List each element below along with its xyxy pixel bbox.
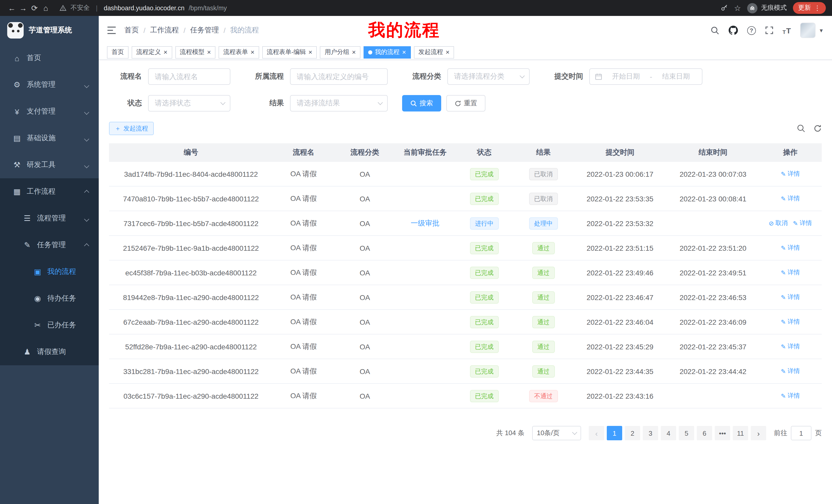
page-button[interactable]: 3	[643, 426, 658, 440]
cancel-action-link[interactable]: ⊘取消	[769, 219, 788, 228]
help-icon[interactable]: ?	[747, 26, 756, 35]
sidebar-item-label: 任务管理	[37, 241, 66, 250]
create-process-button[interactable]: ＋ 发起流程	[109, 122, 154, 135]
close-icon[interactable]: ×	[446, 49, 449, 55]
cell-category: OA	[334, 367, 395, 375]
address-bar[interactable]: 不安全 | dashboard.yudao.iocoder.cn/bpm/tas…	[60, 4, 720, 12]
breadcrumb-separator: /	[144, 26, 146, 34]
sidebar-item-todo-tasks[interactable]: ◉待办任务	[0, 285, 99, 312]
page-button[interactable]: 4	[661, 426, 676, 440]
detail-action-link[interactable]: ✎详情	[781, 293, 800, 302]
avatar[interactable]	[800, 23, 815, 38]
tab-process-definition[interactable]: 流程定义×	[132, 46, 172, 58]
tab-process-model[interactable]: 流程模型×	[175, 46, 215, 58]
app-logo[interactable]: 芋道管理系统	[0, 16, 99, 45]
reload-icon[interactable]: ⟳	[29, 3, 40, 12]
cell-status: 已完成	[454, 192, 514, 205]
close-icon[interactable]: ×	[352, 49, 356, 55]
sidebar-item-home[interactable]: ⌂首页	[0, 45, 99, 72]
category-select[interactable]: 请选择流程分类	[447, 68, 530, 85]
sidebar-item-payment-mgmt[interactable]: ¥支付管理	[0, 98, 99, 125]
page-button[interactable]: 6	[697, 426, 712, 440]
sidebar-item-task-mgmt[interactable]: ✎任务管理	[0, 232, 99, 258]
detail-action-link[interactable]: ✎详情	[781, 244, 800, 253]
refresh-table-icon[interactable]	[813, 124, 822, 133]
page-button[interactable]: 5	[679, 426, 694, 440]
close-icon[interactable]: ×	[163, 49, 167, 55]
sidebar-item-system-mgmt[interactable]: ⚙系统管理	[0, 72, 99, 98]
tab-home[interactable]: 首页	[107, 46, 129, 58]
sidebar-item-infrastructure[interactable]: ▤基础设施	[0, 125, 99, 151]
sidebar-item-my-process[interactable]: ▣我的流程	[0, 258, 99, 285]
sidebar-item-label: 支付管理	[27, 107, 55, 116]
reset-button[interactable]: 重置	[446, 95, 486, 111]
search-button[interactable]: 搜索	[402, 95, 441, 111]
page-button[interactable]: 11	[733, 426, 748, 440]
close-icon[interactable]: ×	[251, 49, 254, 55]
page-button[interactable]: 1	[607, 426, 622, 440]
detail-action-link[interactable]: ✎详情	[793, 219, 812, 228]
detail-action-link[interactable]: ✎详情	[781, 170, 800, 178]
security-label[interactable]: 不安全	[71, 4, 90, 12]
back-icon[interactable]: ←	[6, 4, 18, 12]
tab-user-group[interactable]: 用户分组×	[320, 46, 361, 58]
breadcrumb-item[interactable]: 任务管理	[190, 26, 219, 35]
detail-action-link[interactable]: ✎详情	[781, 392, 800, 400]
detail-action-link[interactable]: ✎详情	[781, 194, 800, 203]
page-size-select[interactable]: 10条/页	[532, 426, 581, 440]
process-definition-input[interactable]	[290, 68, 388, 85]
forward-icon[interactable]: →	[18, 4, 29, 12]
close-icon[interactable]: ×	[309, 49, 312, 55]
prev-page-button[interactable]: ‹	[589, 426, 604, 440]
cell-process-name: OA 请假	[273, 169, 334, 178]
date-range-picker[interactable]: 开始日期 - 结束日期	[589, 68, 702, 85]
key-icon[interactable]	[720, 4, 728, 12]
status-badge: 已完成	[470, 316, 498, 328]
sidebar-item-process-mgmt[interactable]: ☰流程管理	[0, 205, 99, 232]
cell-process-name: OA 请假	[273, 219, 334, 228]
start-date-placeholder[interactable]: 开始日期	[605, 72, 647, 81]
end-date-placeholder[interactable]: 结束日期	[655, 72, 697, 81]
breadcrumb-item[interactable]: 工作流程	[150, 26, 179, 35]
sidebar-item-label: 已办任务	[47, 320, 76, 330]
cell-category: OA	[334, 293, 395, 301]
sidebar-item-workflow[interactable]: ▦工作流程	[0, 178, 99, 205]
detail-action-link[interactable]: ✎详情	[781, 269, 800, 277]
sidebar-fold-icon[interactable]	[107, 26, 116, 34]
bookmark-star-icon[interactable]: ☆	[734, 3, 741, 12]
tab-my-process[interactable]: 我的流程×	[364, 46, 411, 58]
next-page-button[interactable]: ›	[751, 426, 766, 440]
page-ellipsis[interactable]: •••	[715, 426, 730, 440]
detail-action-link[interactable]: ✎详情	[781, 367, 800, 376]
current-task-link[interactable]: 一级审批	[411, 219, 439, 227]
font-size-icon[interactable]: TT	[783, 26, 791, 35]
breadcrumb-item[interactable]: 首页	[125, 26, 139, 35]
close-icon[interactable]: ×	[207, 49, 211, 55]
home-icon[interactable]: ⌂	[40, 4, 51, 12]
tab-process-form[interactable]: 流程表单×	[218, 46, 259, 58]
github-icon[interactable]	[729, 26, 738, 35]
menu-dots-icon[interactable]: ⋮	[814, 4, 821, 12]
page-button[interactable]: 2	[625, 426, 640, 440]
close-icon[interactable]: ×	[402, 49, 406, 55]
toggle-search-icon[interactable]	[797, 124, 805, 133]
cell-id: 7317cec6-7b9b-11ec-b5b7-acde48001122	[109, 219, 273, 227]
goto-page-input[interactable]	[791, 426, 811, 440]
detail-action-link[interactable]: ✎详情	[781, 342, 800, 351]
sidebar-item-dev-tools[interactable]: ⚒研发工具	[0, 151, 99, 178]
sidebar-item-label: 工作流程	[27, 187, 55, 196]
tab-process-form-edit[interactable]: 流程表单-编辑×	[262, 46, 317, 58]
result-select[interactable]: 请选择流结果	[290, 95, 388, 111]
update-button[interactable]: 更新 ⋮	[793, 2, 826, 14]
sidebar-item-leave-query[interactable]: ♟请假查询	[0, 339, 99, 365]
cell-submit-time: 2022-01-22 23:46:04	[573, 318, 667, 326]
sidebar-item-done-tasks[interactable]: ✂已办任务	[0, 312, 99, 339]
tab-start-process[interactable]: 发起流程×	[414, 46, 454, 58]
detail-action-link[interactable]: ✎详情	[781, 318, 800, 327]
cell-status: 已完成	[454, 168, 514, 180]
search-icon[interactable]	[711, 26, 719, 35]
fullscreen-icon[interactable]	[765, 26, 773, 34]
process-name-input[interactable]	[148, 68, 230, 85]
status-select[interactable]: 请选择状态	[148, 95, 230, 111]
user-menu[interactable]: ▼	[800, 23, 824, 38]
